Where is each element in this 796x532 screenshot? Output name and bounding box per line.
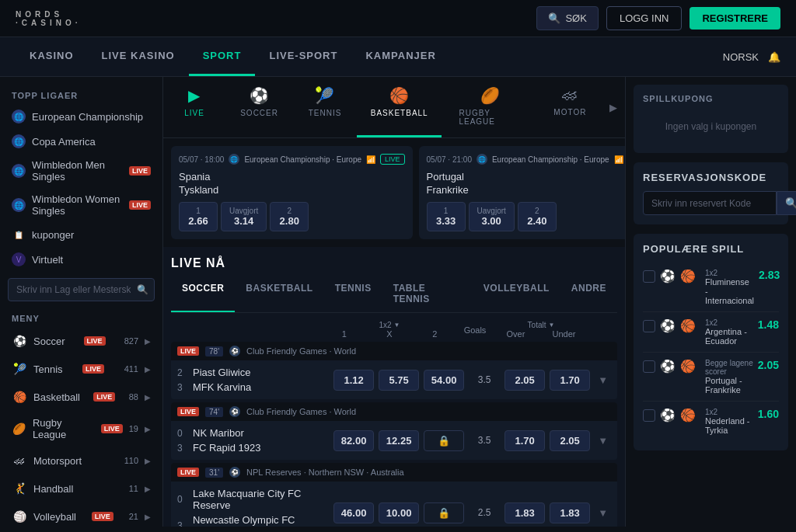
match-count: 11	[129, 484, 138, 493]
over-cell[interactable]: 2.05	[504, 370, 545, 391]
tab-label: SOCCER	[240, 109, 278, 117]
popular-checkbox-1[interactable]	[643, 270, 655, 283]
popular-checkbox-4[interactable]	[643, 409, 655, 422]
sub-tab-volleyball[interactable]: VOLLEYBALL	[473, 276, 560, 312]
tab-live[interactable]: ▶ LIVE	[163, 77, 225, 137]
over-cell[interactable]: 1.83	[504, 502, 545, 523]
header: NORDS ·CASINO· 🔍 SØK LOGG INN REGISTRERE	[0, 0, 796, 37]
sub-tab-tennis[interactable]: TENNIS	[324, 276, 382, 312]
expand-chevron[interactable]: ▼	[595, 374, 611, 386]
under-cell[interactable]: 1.83	[550, 502, 590, 523]
tab-motor[interactable]: 🏎 MOTOR	[539, 77, 602, 137]
menu-item-basketball[interactable]: 🏀 Basketball LIVE 88 ▶	[0, 383, 162, 411]
popular-checkbox-3[interactable]	[643, 360, 655, 373]
ticket-icon: 📋	[12, 228, 26, 242]
league-name: Club Friendly Games · World	[246, 407, 356, 416]
match-header: 05/07 · 21:00 🌐 European Championship · …	[427, 154, 625, 165]
register-button[interactable]: REGISTRERE	[690, 7, 780, 30]
menu-item-volleyball[interactable]: 🏐 Volleyball LIVE 21 ▶	[0, 502, 162, 527]
menu-item-soccer[interactable]: ⚽ Soccer LIVE 827 ▶	[0, 327, 162, 355]
menu-item-rugby[interactable]: 🏉 Rugby League LIVE 19 ▶	[0, 411, 162, 447]
sidebar-item-wimbledon-men[interactable]: 🌐 Wimbledon Men Singles LIVE	[0, 154, 162, 188]
odd-1-cell[interactable]: 1.12	[333, 370, 374, 391]
nav-live-kasino[interactable]: LIVE KASINO	[88, 37, 189, 76]
menu-item-label: Basketball	[33, 391, 80, 403]
sidebar-item-copa[interactable]: 🌐 Copa America	[0, 129, 162, 154]
notification-icon[interactable]: 🔔	[768, 51, 780, 63]
no-selection-text: Ingen valg i kupongen	[643, 110, 779, 144]
under-cell[interactable]: 2.05	[550, 430, 590, 451]
odd-x-button[interactable]: Uavgjort 3.14	[221, 202, 267, 231]
sidebar-item-label: European Championship	[32, 111, 143, 123]
sub-tab-andre[interactable]: ANDRE	[560, 276, 617, 312]
search-button[interactable]: 🔍 SØK	[536, 6, 598, 30]
odd-1-cell[interactable]: 46.00	[333, 502, 374, 523]
odd-x-button[interactable]: Uavgjort 3.00	[469, 202, 515, 231]
match-time: 05/07 · 18:00	[179, 155, 224, 164]
menu-item-label: Volleyball	[33, 511, 76, 523]
odd-2-button[interactable]: 2 2.80	[270, 202, 309, 231]
nav-kasino[interactable]: KASINO	[16, 37, 88, 76]
sidebar-item-virtuelt[interactable]: V Virtuelt	[0, 247, 162, 272]
live-indicator: LIVE	[380, 154, 405, 165]
league-icon: ⚽	[229, 346, 240, 356]
under-cell[interactable]: 1.70	[550, 370, 590, 391]
odd-label: 1	[187, 207, 209, 215]
nav-sport[interactable]: SPORT	[189, 37, 256, 76]
sidebar-item-european[interactable]: 🌐 European Championship	[0, 104, 162, 129]
col-header-goals: Goals	[456, 325, 494, 335]
reservasjon-search-button[interactable]: 🔍	[777, 191, 796, 215]
live-now-header: LIVE NÅ	[171, 247, 617, 276]
reservasjon-input[interactable]	[643, 191, 777, 215]
live-badge: LIVE	[129, 200, 151, 210]
over-cell[interactable]: 1.70	[504, 430, 545, 451]
match-league: European Championship · Europe	[244, 155, 361, 164]
odd-2-cell[interactable]: 54.00	[424, 370, 464, 391]
spillkupong-panel: SPILLKUPONG Ingen valg i kupongen	[634, 85, 788, 153]
sub-tab-table-tennis[interactable]: TABLE TENNIS	[382, 276, 473, 312]
match-count: 411	[124, 364, 138, 374]
odd-1-cell[interactable]: 82.00	[333, 430, 374, 451]
match-count: 88	[129, 392, 138, 402]
sidebar-item-wimbledon-women[interactable]: 🌐 Wimbledon Women Singles LIVE	[0, 188, 162, 222]
team2-name: Tyskland	[179, 184, 405, 196]
expand-chevron[interactable]: ▼	[595, 507, 611, 519]
odd-1-button[interactable]: 1 2.66	[179, 202, 218, 231]
menu-item-tennis[interactable]: 🎾 Tennis LIVE 411 ▶	[0, 355, 162, 383]
popular-checkbox-2[interactable]	[643, 320, 655, 332]
match-time: 31'	[205, 468, 223, 478]
live-play-icon: ▶	[188, 86, 201, 105]
login-button[interactable]: LOGG INN	[606, 6, 683, 30]
sub-tab-soccer[interactable]: SOCCER	[171, 276, 235, 312]
nav-live-sport[interactable]: LIVE-SPORT	[255, 37, 351, 76]
table-row: LIVE 74' ⚽ Club Friendly Games · World 0…	[171, 402, 617, 460]
odd-x-cell[interactable]: 5.75	[379, 370, 419, 391]
tab-tennis[interactable]: 🎾 TENNIS	[293, 77, 357, 137]
sidebar: TOPP LIGAER 🌐 European Championship 🌐 Co…	[0, 77, 163, 527]
tabs-next-arrow[interactable]: ▶	[602, 77, 625, 137]
sub-tab-basketball[interactable]: BASKETBALL	[235, 276, 323, 312]
odd-x-cell[interactable]: 10.00	[379, 502, 419, 523]
tab-basketball[interactable]: 🏀 BASKETBALL	[357, 77, 442, 137]
nav-kampanjer[interactable]: KAMPANJER	[351, 37, 449, 76]
live-badge: LIVE	[177, 407, 199, 416]
popular-sport-icon2: 🏀	[680, 408, 696, 422]
odd-2-button[interactable]: 2 2.40	[518, 202, 557, 231]
featured-matches: 05/07 · 18:00 🌐 European Championship · …	[163, 138, 625, 247]
match-league: European Championship · Europe	[492, 155, 609, 164]
total-label: Totalt	[528, 321, 546, 329]
odd-x-cell[interactable]: 12.25	[379, 430, 419, 451]
virtual-icon: V	[12, 252, 26, 266]
tab-soccer[interactable]: ⚽ SOCCER	[225, 77, 293, 137]
sidebar-item-kuponger[interactable]: 📋 kuponger	[0, 222, 162, 247]
expand-chevron[interactable]: ▼	[595, 435, 611, 447]
odd-1-button[interactable]: 1 3.33	[427, 202, 466, 231]
tab-rugby[interactable]: 🏉 RUGBY LEAGUE	[442, 77, 538, 137]
search-input[interactable]	[8, 278, 155, 301]
1x2-label: 1x2	[379, 321, 391, 329]
language-selector[interactable]: NORSK	[723, 51, 759, 63]
odd-label: Uavgjort	[229, 207, 258, 215]
menu-item-motorsport[interactable]: 🏎 Motorsport 110 ▶	[0, 447, 162, 475]
logo-line1: NORDS	[16, 10, 81, 19]
menu-item-handball[interactable]: 🤾 Handball 11 ▶	[0, 475, 162, 502]
